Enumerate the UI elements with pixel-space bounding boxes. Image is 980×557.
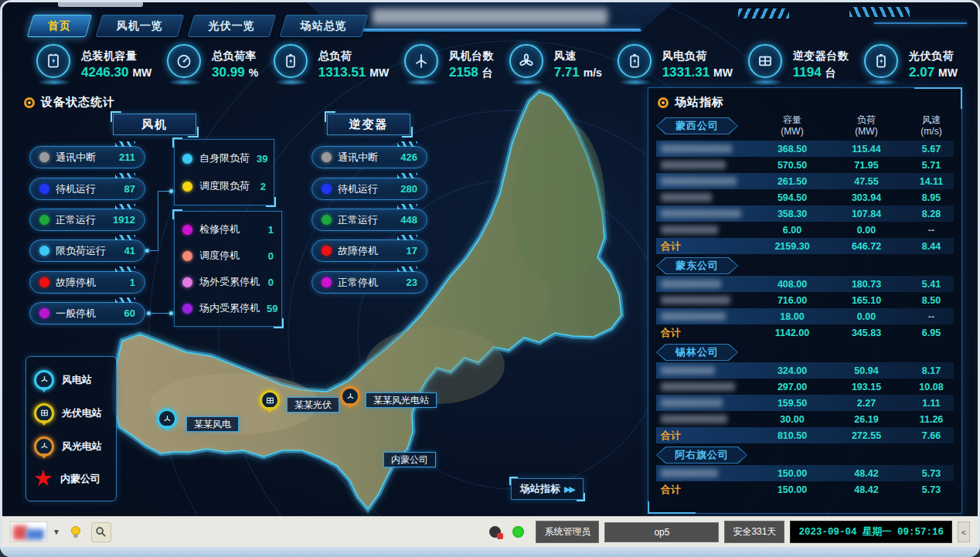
status-label: 场内受累停机 [199, 301, 260, 315]
marker-hybrid-station[interactable] [340, 386, 360, 406]
group-ayouqi-rows: 150.0048.425.73 合计 150.0048.425.73 [648, 465, 961, 498]
inverter-status-fault-stop: 故障停机 17 [311, 239, 427, 262]
kpi-value: 2158 [449, 65, 478, 80]
header-slashes-left [738, 8, 789, 19]
status-label: 正常运行 [56, 213, 96, 227]
stop-internal: 场内受累停机 59 [182, 301, 274, 315]
table-total-row: 合计 810.50272.557.66 [656, 427, 954, 443]
kpi-unit: 台 [482, 66, 493, 79]
window-chrome-bottom [0, 547, 980, 557]
status-dot [39, 152, 49, 162]
tab-wind-overview[interactable]: 风机一览 [96, 15, 184, 37]
connector-line [150, 313, 172, 314]
marker-text: 内蒙公司 [391, 453, 428, 467]
group-name: 蒙西公司 [675, 119, 719, 133]
station-name-redacted [661, 382, 735, 391]
tab-station-overview[interactable]: 场站总览 [280, 15, 368, 37]
tab-station-overview-label: 场站总览 [301, 19, 347, 33]
stop-external: 场外受累停机 0 [182, 275, 274, 289]
marker-label-pv[interactable]: 某某光伏 [287, 397, 339, 413]
table-row: 358.30107.848.28 [656, 205, 954, 222]
status-dot [39, 308, 49, 318]
chevron-down-icon[interactable]: ▼ [53, 528, 60, 536]
inverter-group-title: 逆变器 [327, 114, 410, 135]
status-label: 正常停机 [338, 276, 378, 290]
group-badge-mengdong[interactable]: 蒙东公司 [656, 257, 738, 274]
header-slashes-right [849, 7, 910, 17]
wind-status-general-stop: 一般停机 60 [29, 302, 145, 324]
table-row: 18.000.00-- [656, 308, 954, 324]
marker-pv-station[interactable] [260, 390, 280, 410]
company-star-icon [34, 470, 53, 488]
kpi-value: 30.99 [212, 65, 245, 80]
status-dot [322, 152, 332, 162]
marker-label-wind[interactable]: 某某风电 [186, 416, 239, 432]
station-name-redacted [661, 469, 718, 477]
status-count: 0 [268, 277, 274, 288]
app-window: 首页 风机一览 光伏一览 场站总览 总装机容量 4246.30MW [0, 0, 980, 557]
status-dot [39, 246, 49, 256]
marker-label-hybrid[interactable]: 某某风光电站 [366, 392, 437, 408]
tab-pv-overview[interactable]: 光伏一览 [188, 15, 276, 37]
bulb-icon[interactable] [66, 522, 86, 542]
alarm-icon[interactable] [489, 526, 501, 538]
user-badge: op5 [604, 522, 719, 542]
station-name-redacted [661, 161, 726, 169]
inverter-icon [748, 44, 782, 78]
search-icon[interactable] [91, 522, 111, 542]
connector-dot [169, 311, 173, 315]
wind-station-pin-icon [34, 370, 54, 390]
status-count: 280 [400, 183, 417, 195]
status-count: 39 [257, 153, 267, 165]
kpi-unit: MW [369, 66, 389, 79]
tab-home[interactable]: 首页 [27, 15, 92, 37]
station-name-redacted [661, 366, 715, 375]
station-name-redacted [661, 144, 732, 153]
kpi-unit: MW [713, 66, 733, 79]
wind-status-fault-stop: 故障停机 1 [29, 271, 145, 294]
legend-pv-station: 光伏电站 [34, 403, 108, 423]
station-name-redacted [661, 280, 721, 288]
connector-line [148, 250, 158, 251]
collapse-button[interactable]: < [958, 521, 970, 542]
status-label: 调度限负荷 [199, 179, 250, 193]
kpi-unit: MW [132, 66, 151, 79]
table-row: 297.00193.1510.08 [656, 379, 954, 395]
station-indicators-button-label: 场站指标 [520, 482, 560, 496]
limit-dispatch: 调度限负荷 2 [182, 179, 266, 193]
legend-company: 内蒙公司 [34, 470, 108, 488]
group-badge-xilin[interactable]: 锡林公司 [656, 344, 738, 361]
group-badge-ayouqi[interactable]: 阿右旗公司 [656, 447, 747, 464]
table-total-row: 合计 1142.00345.836.95 [656, 324, 954, 341]
status-dot [322, 246, 332, 256]
status-count: 87 [124, 183, 135, 195]
kpi-total-capacity: 总装机容量 4246.30MW [35, 41, 151, 89]
station-indicators-button[interactable]: 场站指标▶▶ [511, 478, 584, 500]
kpi-unit: 台 [825, 66, 836, 79]
status-dot [39, 184, 49, 194]
table-row: 408.00180.735.41 [656, 276, 954, 292]
legend-wind-station: 风电站 [34, 370, 108, 390]
station-name-redacted [661, 193, 712, 202]
table-row: 159.502.271.11 [656, 395, 954, 411]
marker-label-company[interactable]: 内蒙公司 [383, 452, 436, 467]
status-dot [39, 215, 49, 225]
status-dot [322, 277, 332, 287]
marker-wind-station[interactable] [157, 409, 177, 429]
wind-status-limited: 限负荷运行 41 [29, 239, 145, 262]
wind-turbine-group-title: 风机 [113, 114, 196, 135]
limit-self: 自身限负荷 39 [182, 151, 266, 165]
legend-hybrid-station: 风光电站 [34, 436, 108, 457]
wind-stop-subpanel: 检修停机 1 调度停机 0 场外受累停机 0 场内受累停机 59 [174, 211, 282, 327]
status-label: 检修停机 [199, 222, 240, 236]
station-panel-title: 场站指标 [675, 95, 724, 110]
connector-line [158, 191, 158, 251]
status-count: 448 [400, 214, 417, 226]
taskbar-logo[interactable] [10, 521, 47, 542]
kpi-total-load-rate: 总负荷率 30.99% [165, 41, 258, 89]
group-badge-mengxi[interactable]: 蒙西公司 [656, 117, 738, 134]
status-label: 故障停机 [56, 276, 96, 290]
kpi-value: 2.07 [909, 65, 934, 80]
station-panel-head: 场站指标 [648, 88, 961, 113]
kpi-value: 1331.31 [662, 65, 709, 80]
